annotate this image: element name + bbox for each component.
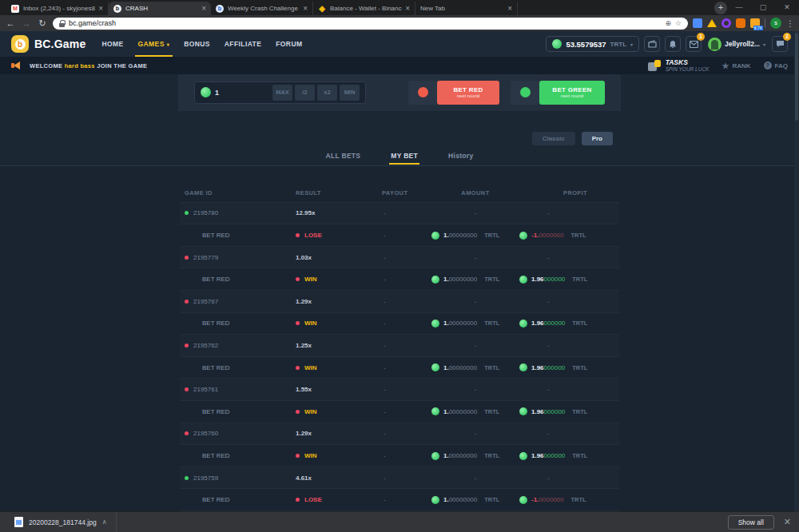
- browser-tab[interactable]: ◆Balance - Wallet - Binance×: [313, 2, 415, 15]
- profit-currency: TRTL: [571, 232, 586, 239]
- address-bar[interactable]: bc.game/crash ⊕ ☆: [53, 18, 688, 30]
- browser-tab[interactable]: MInbox (2,243) - skyjones84@gma×: [6, 2, 109, 15]
- wallet-button[interactable]: [644, 36, 660, 52]
- scrollbar-thumb[interactable]: [795, 33, 798, 121]
- extension-icon[interactable]: [693, 18, 702, 28]
- minimize-icon[interactable]: —: [727, 0, 751, 15]
- payout-empty: -: [376, 496, 386, 503]
- tab-my-bet[interactable]: MY BET: [391, 152, 418, 165]
- browser-tab[interactable]: bCRASH×: [109, 2, 211, 15]
- payout-cell: -: [376, 496, 431, 503]
- bet-green-button[interactable]: BET GREEN next round: [539, 81, 605, 105]
- maximize-icon[interactable]: ▢: [751, 0, 775, 15]
- brand-title[interactable]: BC.Game: [34, 38, 85, 50]
- zoom-page-icon[interactable]: ⊕: [665, 19, 671, 27]
- user-menu[interactable]: Jellyroll2... ▾: [708, 38, 765, 51]
- chat-button[interactable]: 2: [772, 36, 788, 52]
- nav-item-bonus[interactable]: BONUS: [184, 31, 210, 57]
- amount-cell: 1.00000000TRTL: [431, 320, 519, 328]
- bet-row[interactable]: BET REDWIN-1.00000000TRTL1.96000000TRTL: [180, 357, 619, 379]
- adjust-half2-button[interactable]: /2: [295, 85, 315, 101]
- player-name[interactable]: hard bass: [65, 62, 95, 69]
- nav-item-home[interactable]: HOME: [101, 31, 123, 57]
- amount-cell: -: [431, 386, 519, 393]
- tab-history[interactable]: History: [448, 152, 473, 165]
- trtl-coin-icon: [519, 232, 527, 240]
- forward-icon[interactable]: →: [21, 19, 32, 28]
- payout-cell: -: [376, 298, 431, 305]
- game-id-cell: BET RED: [180, 452, 296, 459]
- nav-item-forum[interactable]: FORUM: [276, 31, 302, 57]
- back-icon[interactable]: ←: [5, 19, 16, 28]
- close-downloads-icon[interactable]: ✕: [784, 517, 791, 527]
- chevron-down-icon: ▾: [763, 42, 765, 47]
- browser-tab[interactable]: bWeekly Crash Challenge - Red R×: [211, 2, 313, 15]
- tab-close-icon[interactable]: ×: [303, 5, 308, 13]
- tab-all-bets[interactable]: ALL BETS: [326, 152, 361, 165]
- show-all-button[interactable]: Show all: [728, 515, 774, 530]
- tasks-subtitle: SPIN YOUR LUCK: [666, 66, 710, 73]
- tab-close-icon[interactable]: ×: [405, 5, 410, 13]
- bet-row[interactable]: BET REDWIN-1.00000000TRTL1.96000000TRTL: [180, 401, 619, 423]
- notifications-button[interactable]: [665, 36, 681, 52]
- tab-close-icon[interactable]: ×: [507, 5, 512, 13]
- new-tab-button[interactable]: +: [714, 2, 727, 14]
- result-multiplier: 1.55x: [296, 386, 312, 393]
- game-row[interactable]: 219578012.95x---: [180, 203, 619, 225]
- bcgame-logo-icon[interactable]: b: [11, 35, 29, 53]
- nav-item-games[interactable]: GAMES▾: [138, 31, 170, 57]
- bookmark-star-icon[interactable]: ☆: [675, 19, 682, 27]
- extension-icon[interactable]: [736, 18, 745, 28]
- bet-amount-input[interactable]: 1 MAX/2x2MIN: [194, 81, 366, 104]
- tab-close-icon[interactable]: ×: [98, 5, 103, 13]
- profit-cell: -1.0000000TRTL: [519, 496, 619, 504]
- game-row[interactable]: 21957594.61x---: [180, 467, 619, 490]
- logo-letter: b: [15, 39, 26, 50]
- game-row[interactable]: 21957611.55x---: [180, 379, 619, 401]
- bet-row[interactable]: BET REDWIN-1.00000000TRTL1.96000000TRTL: [180, 445, 619, 467]
- extension-icon[interactable]: 8.7K: [750, 18, 760, 28]
- close-icon[interactable]: ✕: [775, 0, 799, 15]
- page-scrollbar[interactable]: [794, 31, 799, 511]
- balance-selector[interactable]: 53.5579537 TRTL ▾: [546, 36, 639, 52]
- download-item[interactable]: 20200228_181744.jpg ∧: [8, 512, 113, 532]
- question-icon: ?: [764, 62, 772, 69]
- drive-extension-icon[interactable]: [707, 19, 717, 27]
- adjust-double-button[interactable]: x2: [317, 85, 337, 101]
- tasks-link[interactable]: TASKS SPIN YOUR LUCK: [648, 59, 710, 73]
- amount-value: 1.: [443, 452, 449, 459]
- chevron-up-icon[interactable]: ∧: [102, 518, 107, 526]
- pro-mode-button[interactable]: Pro: [582, 132, 613, 145]
- messages-button[interactable]: 1: [686, 36, 702, 52]
- result-multiplier: 1.29x: [296, 298, 312, 305]
- game-row[interactable]: 21957621.25x---: [180, 335, 619, 357]
- classic-mode-button[interactable]: Classic: [532, 132, 575, 145]
- game-row[interactable]: 21957791.03x---: [180, 247, 619, 269]
- nav-item-affiliate[interactable]: AFFILIATE: [225, 31, 261, 57]
- bet-row[interactable]: BET REDWIN-1.00000000TRTL1.96000000TRTL: [180, 313, 619, 335]
- game-row[interactable]: 21957671.29x---: [180, 291, 619, 313]
- rank-link[interactable]: ★ RANK: [721, 62, 750, 70]
- amount-cell: 1.00000000TRTL: [431, 276, 519, 284]
- tab-title: Balance - Wallet - Binance: [330, 5, 402, 12]
- bet-red-button[interactable]: BET RED next round: [437, 81, 499, 105]
- bet-row[interactable]: BET REDWIN-1.00000000TRTL1.96000000TRTL: [180, 268, 619, 291]
- browser-tab[interactable]: New Tab×: [415, 2, 518, 15]
- bet-row[interactable]: BET REDLOSE-1.00000000TRTL-1.0000000TRTL: [180, 489, 619, 511]
- tab-title: CRASH: [125, 5, 198, 12]
- profile-avatar[interactable]: s: [770, 18, 781, 29]
- game-row[interactable]: 21957601.29x---: [180, 423, 619, 446]
- tab-close-icon[interactable]: ×: [201, 5, 206, 13]
- bet-row[interactable]: BET REDLOSE-1.00000000TRTL-1.0000000TRTL: [180, 224, 619, 247]
- green-indicator[interactable]: [511, 81, 539, 105]
- adjust-min-button[interactable]: MIN: [340, 85, 360, 101]
- browser-menu-icon[interactable]: ⋮: [786, 19, 794, 28]
- red-indicator[interactable]: [408, 81, 437, 105]
- extension-icon[interactable]: [721, 18, 731, 28]
- chat-badge: 2: [783, 33, 791, 41]
- reload-icon[interactable]: ↻: [37, 19, 48, 28]
- payout-empty: -: [376, 430, 386, 437]
- faq-link[interactable]: ? FAQ: [764, 62, 788, 69]
- result-cell: WIN: [296, 320, 376, 327]
- adjust-max-button[interactable]: MAX: [272, 85, 292, 101]
